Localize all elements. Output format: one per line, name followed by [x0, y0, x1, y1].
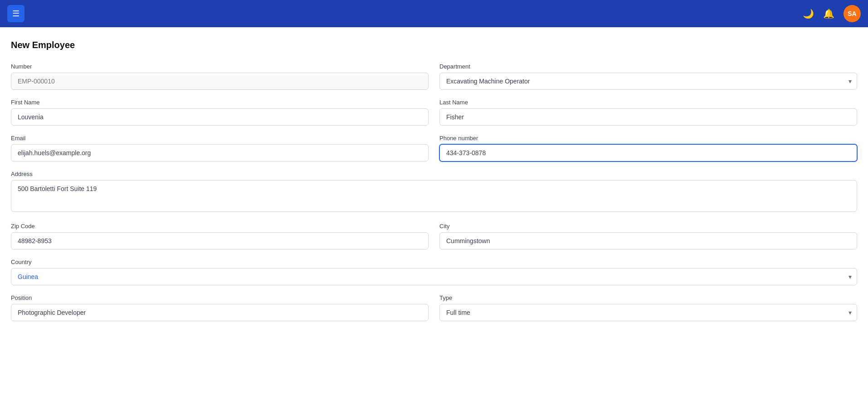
first-name-group: First Name [11, 99, 429, 126]
first-name-input[interactable] [11, 108, 429, 126]
city-group: City [439, 223, 857, 250]
zip-input[interactable] [11, 232, 429, 250]
country-label: Country [11, 259, 857, 265]
position-label: Position [11, 294, 429, 301]
email-input[interactable] [11, 144, 429, 162]
department-group: Department Excavating Machine Operator ▾ [439, 63, 857, 90]
department-label: Department [439, 63, 857, 70]
position-input[interactable] [11, 304, 429, 321]
number-input[interactable] [11, 73, 429, 90]
theme-toggle-button[interactable]: 🌙 [803, 8, 814, 19]
address-label: Address [11, 171, 857, 177]
phone-group: Phone number [439, 135, 857, 162]
address-input[interactable]: 500 Bartoletti Fort Suite 119 [11, 180, 857, 212]
country-select[interactable]: Guinea United States Canada United Kingd… [11, 268, 857, 285]
city-label: City [439, 223, 857, 230]
zip-group: Zip Code [11, 223, 429, 250]
notifications-button[interactable]: 🔔 [823, 8, 834, 19]
page-title: New Employee [11, 40, 857, 50]
city-input[interactable] [439, 232, 857, 250]
number-label: Number [11, 63, 429, 70]
phone-label: Phone number [439, 135, 857, 142]
zip-label: Zip Code [11, 223, 429, 230]
department-select[interactable]: Excavating Machine Operator [439, 73, 857, 90]
main-content: New Employee Number Department Excavatin… [0, 27, 868, 416]
last-name-group: Last Name [439, 99, 857, 126]
type-select-wrapper: Full time Part time Contract Intern ▾ [439, 304, 857, 321]
phone-input[interactable] [439, 144, 857, 162]
address-group: Address 500 Bartoletti Fort Suite 119 [11, 171, 857, 214]
position-group: Position [11, 294, 429, 321]
last-name-label: Last Name [439, 99, 857, 106]
avatar[interactable]: SA [844, 5, 861, 22]
type-label: Type [439, 294, 857, 301]
hamburger-icon: ☰ [12, 9, 20, 19]
moon-icon: 🌙 [803, 8, 814, 19]
type-select[interactable]: Full time Part time Contract Intern [439, 304, 857, 321]
first-name-label: First Name [11, 99, 429, 106]
topbar: ☰ 🌙 🔔 SA [0, 0, 868, 27]
country-group: Country Guinea United States Canada Unit… [11, 259, 857, 285]
email-label: Email [11, 135, 429, 142]
employee-form: Number Department Excavating Machine Ope… [11, 63, 857, 330]
type-group: Type Full time Part time Contract Intern… [439, 294, 857, 321]
topbar-left: ☰ [7, 5, 24, 22]
department-select-wrapper: Excavating Machine Operator ▾ [439, 73, 857, 90]
email-group: Email [11, 135, 429, 162]
country-select-wrapper: Guinea United States Canada United Kingd… [11, 268, 857, 285]
topbar-right: 🌙 🔔 SA [803, 5, 861, 22]
last-name-input[interactable] [439, 108, 857, 126]
hamburger-button[interactable]: ☰ [7, 5, 24, 22]
bell-icon: 🔔 [823, 8, 834, 19]
number-group: Number [11, 63, 429, 90]
